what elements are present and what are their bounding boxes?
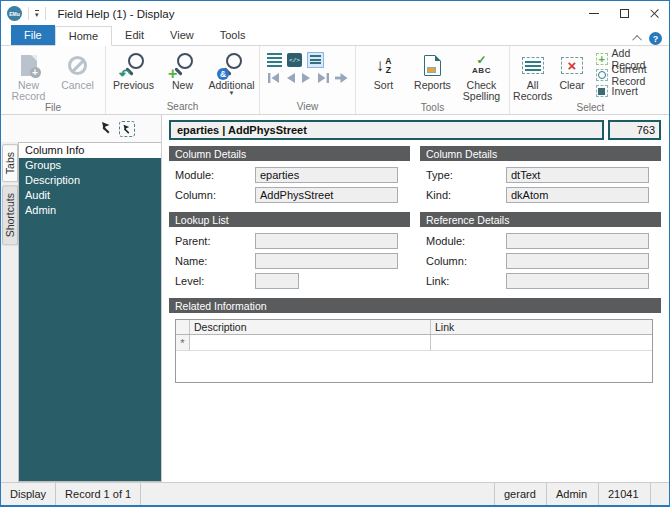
close-icon bbox=[649, 8, 660, 19]
close-button[interactable] bbox=[639, 1, 669, 26]
group-label-select: Select bbox=[513, 102, 668, 115]
group-reference-details: Reference Details Module: Column: Link: bbox=[420, 212, 661, 293]
grid-header-description[interactable]: Description bbox=[190, 320, 431, 334]
maximize-button[interactable] bbox=[609, 1, 639, 26]
tab-tools[interactable]: Tools bbox=[207, 25, 259, 45]
group-title: Column Details bbox=[169, 146, 410, 161]
ref-column-label: Column: bbox=[426, 255, 506, 267]
related-information-grid[interactable]: Description Link * bbox=[175, 319, 653, 383]
sidebar-tab-tabs[interactable]: Tabs bbox=[2, 144, 18, 182]
sidebar-item-column-info[interactable]: Column Info bbox=[19, 143, 161, 158]
parent-field[interactable] bbox=[255, 233, 398, 249]
tab-file[interactable]: File bbox=[11, 25, 55, 45]
resize-grip[interactable] bbox=[651, 483, 669, 505]
sort-button[interactable]: ↓ AZ Sort bbox=[359, 48, 408, 91]
nav-first-icon[interactable] bbox=[267, 73, 280, 83]
reports-button[interactable]: Reports bbox=[408, 48, 457, 91]
group-related-information: Related Information Description Link * bbox=[169, 298, 661, 387]
grid-cell-link[interactable] bbox=[431, 335, 652, 350]
new-record-button[interactable]: + New Record bbox=[4, 48, 53, 102]
sidebar-tab-shortcuts[interactable]: Shortcuts bbox=[2, 185, 18, 245]
pointer-icon[interactable] bbox=[100, 120, 113, 138]
group-label-file: File bbox=[4, 102, 102, 115]
search-additional-icon: & bbox=[219, 53, 244, 78]
search-additional-button[interactable]: & Additional ▼ bbox=[207, 48, 256, 96]
sidebar-item-description[interactable]: Description bbox=[19, 173, 161, 188]
parent-label: Parent: bbox=[175, 235, 255, 247]
all-records-button[interactable]: All Records bbox=[513, 48, 552, 102]
app-logo-icon[interactable]: EMu bbox=[7, 6, 22, 21]
new-record-label: New Record bbox=[4, 80, 53, 102]
ribbon-group-select: All Records × Clear + Add Record Current… bbox=[510, 46, 670, 114]
search-new-button[interactable]: + New bbox=[158, 48, 207, 91]
group-column-details-right: Column Details Type: dtText Kind: dkAtom bbox=[420, 146, 661, 207]
reports-icon bbox=[424, 55, 441, 76]
check-spelling-icon: ✓ ABC bbox=[472, 55, 491, 76]
sidebar-item-groups[interactable]: Groups bbox=[19, 158, 161, 173]
ref-module-field[interactable] bbox=[506, 233, 649, 249]
collapse-ribbon-icon[interactable] bbox=[632, 35, 642, 45]
nav-goto-icon[interactable] bbox=[335, 73, 348, 83]
check-spelling-button[interactable]: ✓ ABC Check Spelling bbox=[457, 48, 506, 102]
clear-icon: × bbox=[561, 57, 583, 74]
titlebar: EMu ▾ Field Help (1) - Display bbox=[1, 1, 669, 26]
ribbon-group-search: ↶ Previous + New & Additional ▼ Search bbox=[106, 46, 260, 114]
grid-new-row[interactable]: * bbox=[176, 335, 652, 351]
help-icon[interactable]: ? bbox=[649, 32, 662, 45]
status-mode: Display bbox=[1, 483, 56, 505]
additional-dropdown-icon: ▼ bbox=[229, 91, 235, 96]
invert-icon bbox=[596, 85, 608, 97]
grid-header-link[interactable]: Link bbox=[431, 320, 652, 334]
status-record: Record 1 of 1 bbox=[56, 483, 141, 505]
module-field[interactable]: eparties bbox=[255, 167, 398, 183]
search-new-icon: + bbox=[170, 53, 195, 78]
maximize-icon bbox=[620, 9, 629, 18]
current-record-button[interactable]: Current Record bbox=[596, 68, 666, 82]
quick-access-dropdown-icon[interactable]: ▾ bbox=[35, 10, 39, 18]
sort-icon: ↓ AZ bbox=[376, 57, 392, 75]
sidebar-item-audit[interactable]: Audit bbox=[19, 188, 161, 203]
status-bar: Display Record 1 of 1 gerard Admin 21041 bbox=[1, 482, 669, 505]
ref-link-field[interactable] bbox=[506, 273, 649, 289]
current-record-icon bbox=[596, 69, 608, 81]
minimize-button[interactable] bbox=[579, 1, 609, 26]
grid-cell-description[interactable] bbox=[190, 335, 431, 350]
invert-button[interactable]: Invert bbox=[596, 84, 666, 98]
all-records-icon bbox=[522, 57, 544, 74]
tab-edit[interactable]: Edit bbox=[112, 25, 157, 45]
ribbon-group-view: </> View bbox=[260, 46, 356, 114]
name-field[interactable] bbox=[255, 253, 398, 269]
clear-button[interactable]: × Clear bbox=[552, 48, 591, 91]
content-area: Tabs Shortcuts Column Info Groups Descri… bbox=[1, 115, 669, 482]
contact-view-icon[interactable]: </> bbox=[287, 53, 302, 67]
record-header: eparties | AddPhysStreet 763 bbox=[169, 120, 661, 140]
nav-previous-icon[interactable] bbox=[285, 73, 296, 83]
status-number: 21041 bbox=[599, 483, 651, 505]
ref-column-field[interactable] bbox=[506, 253, 649, 269]
level-field[interactable] bbox=[255, 273, 299, 289]
nav-next-icon[interactable] bbox=[301, 73, 312, 83]
list-view-icon[interactable] bbox=[267, 53, 282, 67]
column-field[interactable]: AddPhysStreet bbox=[255, 187, 398, 203]
name-label: Name: bbox=[175, 255, 255, 267]
marquee-select-icon[interactable] bbox=[119, 121, 135, 137]
new-record-icon: + bbox=[21, 55, 37, 76]
level-label: Level: bbox=[175, 275, 255, 287]
type-field[interactable]: dtText bbox=[506, 167, 649, 183]
search-previous-button[interactable]: ↶ Previous bbox=[109, 48, 158, 91]
type-label: Type: bbox=[426, 169, 506, 181]
group-title: Reference Details bbox=[420, 212, 661, 227]
clear-label: Clear bbox=[559, 80, 584, 91]
nav-last-icon[interactable] bbox=[317, 73, 330, 83]
kind-field[interactable]: dkAtom bbox=[506, 187, 649, 203]
details-view-icon[interactable] bbox=[307, 52, 324, 68]
grid-header-row: Description Link bbox=[176, 320, 652, 335]
cancel-button[interactable]: Cancel bbox=[53, 48, 102, 91]
tab-view[interactable]: View bbox=[157, 25, 207, 45]
sidebar-item-admin[interactable]: Admin bbox=[19, 203, 161, 218]
cancel-icon bbox=[68, 56, 87, 75]
titlebar-separator bbox=[28, 7, 29, 20]
group-label-search: Search bbox=[109, 101, 256, 114]
ribbon-group-tools: ↓ AZ Sort Reports ✓ ABC Check Spelling bbox=[356, 46, 510, 114]
tab-home[interactable]: Home bbox=[55, 26, 112, 46]
